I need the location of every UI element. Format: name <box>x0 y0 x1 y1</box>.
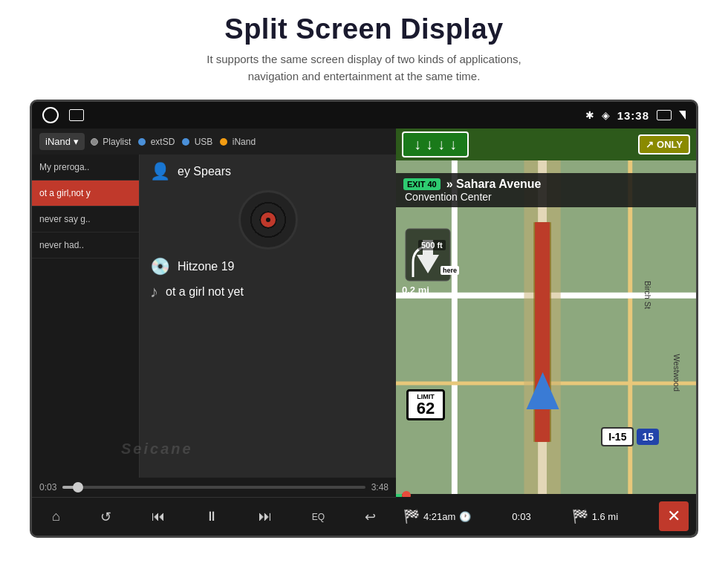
device-frame: ✱ ◈ 13:38 iNand ▾ Playlist <box>30 100 698 538</box>
down-arrow-icon: ↓ <box>438 136 445 153</box>
nav-panel: Birch St Westwood ↓ ↓ ↓ ↓ ↗ ONLY <box>396 129 696 536</box>
exit-sign-area: EXIT 40 » Sahara Avenue Convention Cente… <box>396 173 696 207</box>
now-playing-area: 👤 ey Spears 💿 Hitzone 19 ♪ <box>140 155 396 478</box>
source-bar: iNand ▾ Playlist extSD USB <box>32 129 396 155</box>
playlist-item[interactable]: never had.. <box>32 233 139 259</box>
album-name: Hitzone 19 <box>178 260 235 273</box>
exit-destination: » Sahara Avenue <box>446 178 542 191</box>
distance-ft-label: 500 ft <box>418 240 446 250</box>
song-name: ot a girl not yet <box>166 285 244 299</box>
inand-option[interactable]: iNand <box>220 137 256 147</box>
distance-mi-label: 0.2 mi <box>402 284 429 296</box>
album-row: 💿 Hitzone 19 <box>150 257 386 276</box>
playlist-sidebar: My preroga.. ot a girl,not y never say g… <box>32 155 140 478</box>
eta-elapsed: 0:03 <box>512 511 530 522</box>
image-icon <box>69 109 84 121</box>
playlist-option[interactable]: Playlist <box>91 137 131 147</box>
speed-limit-number: 62 <box>409 400 443 417</box>
playlist-area: My preroga.. ot a girl,not y never say g… <box>32 155 396 478</box>
i15-text: I-15 <box>601 427 634 446</box>
nav-arrow <box>527 372 559 409</box>
extsd-option[interactable]: extSD <box>138 137 175 147</box>
repeat-button[interactable]: ↺ <box>93 504 119 530</box>
playlist-item-active[interactable]: ot a girl,not y <box>32 181 139 207</box>
destination-text: Convention Center <box>403 191 689 203</box>
disc-icon: 💿 <box>150 257 170 276</box>
next-button[interactable]: ⏭ <box>251 504 279 529</box>
eq-button[interactable]: EQ <box>305 507 332 527</box>
down-arrow-icon: ↓ <box>449 136 457 153</box>
progress-area: 0:03 3:48 <box>32 478 396 497</box>
time-current: 0:03 <box>39 482 56 492</box>
artist-row: 👤 ey Spears <box>150 162 386 181</box>
music-icon: ♪ <box>150 282 158 302</box>
turn-area <box>402 225 454 284</box>
down-arrow-icon: ↓ <box>426 136 433 153</box>
flag-end-icon: 🏁 <box>572 508 588 524</box>
split-area: iNand ▾ Playlist extSD USB <box>32 129 696 536</box>
page-subtitle: It supports the same screen display of t… <box>45 51 683 85</box>
usb-option[interactable]: USB <box>182 137 212 147</box>
source-options: Playlist extSD USB iNand <box>91 137 256 147</box>
flag-start-icon: 🏁 <box>403 508 420 524</box>
exit-badge: EXIT 40 <box>403 178 441 190</box>
prev-button[interactable]: ⏮ <box>144 504 172 529</box>
song-row: ♪ ot a girl not yet <box>150 282 386 302</box>
progress-track[interactable] <box>62 486 365 489</box>
clock-icon: 🕐 <box>459 511 471 522</box>
playlist-item[interactable]: My preroga.. <box>32 155 139 181</box>
home-circle-icon <box>42 107 59 123</box>
vinyl-center <box>261 212 276 227</box>
arrival-time: 4:21am <box>423 511 455 522</box>
home-button[interactable]: ⌂ <box>45 504 68 529</box>
svg-text:Birch St: Birch St <box>643 281 652 309</box>
back-button[interactable]: ↩ <box>357 504 383 530</box>
source-dropdown[interactable]: iNand ▾ <box>39 133 85 150</box>
artist-name: ey Spears <box>178 165 231 178</box>
progress-thumb <box>73 482 83 492</box>
status-time: 13:38 <box>617 109 649 122</box>
status-left <box>42 107 84 123</box>
svg-text:Westwood: Westwood <box>672 354 681 391</box>
only-sign: ↗ ONLY <box>638 134 690 155</box>
eta-arrival: 🏁 4:21am 🕐 <box>403 508 471 524</box>
location-icon: ◈ <box>602 109 610 121</box>
exit-row: EXIT 40 » Sahara Avenue <box>403 178 689 191</box>
turn-sign-svg <box>402 225 454 284</box>
pause-button[interactable]: ⏸ <box>198 504 226 529</box>
remaining-distance: 1.6 mi <box>592 511 618 522</box>
highway-number: 15 <box>637 429 659 445</box>
status-right: ✱ ◈ 13:38 <box>585 109 686 122</box>
page-title: Split Screen Display <box>45 13 683 45</box>
vinyl-hole <box>266 218 270 222</box>
elapsed-time: 0:03 <box>512 511 530 522</box>
nav-top-banner: ↓ ↓ ↓ ↓ ↗ ONLY <box>396 129 696 160</box>
page-header: Split Screen Display It supports the sam… <box>0 0 728 92</box>
bluetooth-icon: ✱ <box>585 109 594 121</box>
music-panel: iNand ▾ Playlist extSD USB <box>32 129 396 536</box>
time-total: 3:48 <box>371 482 389 492</box>
down-arrow-icon: ↓ <box>414 136 421 153</box>
chevron-down-icon: ▾ <box>74 136 79 147</box>
person-icon: 👤 <box>150 162 170 181</box>
highway-green-sign: ↓ ↓ ↓ ↓ <box>402 131 469 157</box>
blue-arrow-icon <box>527 372 559 409</box>
screen-icon <box>657 110 672 120</box>
highway-signs-row: ↓ ↓ ↓ ↓ ↗ ONLY <box>402 131 690 157</box>
vinyl-disc <box>238 190 298 250</box>
back-triangle-icon <box>679 111 686 120</box>
speed-limit-sign: LIMIT 62 <box>406 389 445 420</box>
here-logo: here <box>441 266 459 275</box>
bottom-controls: ⌂ ↺ ⏮ ⏸ ⏭ EQ ↩ <box>32 497 396 536</box>
status-bar: ✱ ◈ 13:38 <box>32 102 696 129</box>
playlist-item[interactable]: never say g.. <box>32 207 139 233</box>
close-nav-button[interactable]: ✕ <box>659 501 689 531</box>
eta-bar: 🏁 4:21am 🕐 0:03 🏁 1.6 mi ✕ <box>396 497 696 536</box>
highway-shield: I-15 15 <box>601 427 659 446</box>
eta-remaining: 🏁 1.6 mi <box>572 508 618 524</box>
